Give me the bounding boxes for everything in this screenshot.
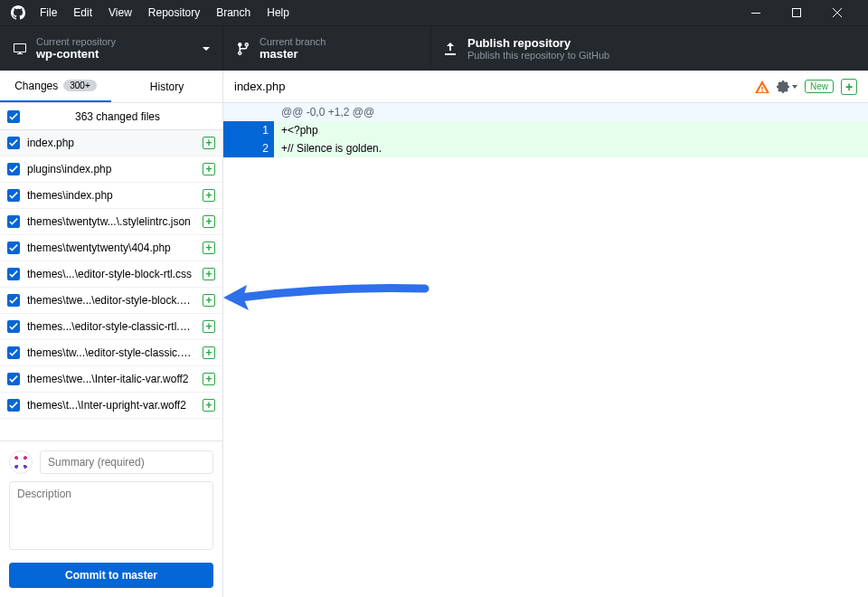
- file-item[interactable]: index.php: [0, 130, 222, 156]
- summary-input[interactable]: [40, 450, 213, 474]
- file-item[interactable]: themes...\editor-style-classic-rtl.css: [0, 314, 222, 340]
- added-icon: [203, 373, 215, 385]
- tab-changes[interactable]: Changes 300+: [0, 71, 111, 102]
- menu-repository[interactable]: Repository: [148, 6, 200, 19]
- sidebar: Changes 300+ History 363 changed files i…: [0, 71, 223, 597]
- added-icon: [203, 242, 215, 254]
- added-icon: [203, 399, 215, 412]
- commit-button[interactable]: Commit to master: [9, 563, 213, 588]
- file-name: plugins\index.php: [27, 163, 195, 175]
- close-button[interactable]: [816, 0, 857, 25]
- menu-file[interactable]: File: [40, 6, 57, 19]
- tab-changes-label: Changes: [14, 80, 58, 92]
- file-checkbox[interactable]: [7, 320, 20, 333]
- new-badge: New: [805, 80, 834, 93]
- file-item[interactable]: themes\index.php: [0, 183, 222, 209]
- file-checkbox[interactable]: [7, 294, 20, 307]
- file-item[interactable]: themes\twentytwenty\404.php: [0, 235, 222, 261]
- changed-files-header: 363 changed files: [0, 103, 222, 130]
- expand-diff-button[interactable]: [841, 79, 857, 95]
- file-name: themes\twentytwenty\404.php: [27, 242, 195, 254]
- main-menu: File Edit View Repository Branch Help: [40, 6, 289, 19]
- branch-selector[interactable]: Current branch master: [223, 26, 431, 71]
- file-item[interactable]: themes\tw...\editor-style-classic.css: [0, 340, 222, 366]
- window-controls: [735, 0, 857, 25]
- file-name: themes\tw...\editor-style-classic.css: [27, 346, 195, 359]
- file-checkbox[interactable]: [7, 346, 20, 359]
- menu-edit[interactable]: Edit: [73, 6, 92, 19]
- sidebar-tabs: Changes 300+ History: [0, 71, 222, 103]
- menu-view[interactable]: View: [108, 6, 132, 19]
- desktop-icon: [13, 42, 27, 56]
- added-icon: [203, 163, 215, 175]
- file-checkbox[interactable]: [7, 242, 20, 254]
- main-layout: Changes 300+ History 363 changed files i…: [0, 71, 868, 597]
- menu-help[interactable]: Help: [267, 6, 289, 19]
- chevron-down-icon: [203, 47, 210, 51]
- file-item[interactable]: themes\twe...\editor-style-block.css: [0, 288, 222, 314]
- diff-panel: index.php New @@ -0,0 +1,2 @@ 1 +<?php: [223, 71, 868, 597]
- file-name: themes\twe...\Inter-italic-var.woff2: [27, 373, 195, 385]
- repo-selector[interactable]: Current repository wp-content: [0, 26, 223, 71]
- file-name: themes\t...\Inter-upright-var.woff2: [27, 399, 195, 412]
- file-item[interactable]: themes\t...\Inter-upright-var.woff2: [0, 393, 222, 419]
- file-checkbox[interactable]: [7, 373, 20, 385]
- added-icon: [203, 294, 215, 307]
- branch-value: master: [259, 47, 326, 61]
- gear-icon: [777, 81, 789, 93]
- file-checkbox[interactable]: [7, 163, 20, 175]
- changes-count-badge: 300+: [63, 80, 97, 91]
- tab-history-label: History: [150, 81, 184, 93]
- diff-settings-button[interactable]: [777, 81, 797, 93]
- file-item[interactable]: plugins\index.php: [0, 156, 222, 183]
- changed-files-count: 363 changed files: [20, 110, 215, 123]
- file-checkbox[interactable]: [7, 268, 20, 280]
- commit-form: Commit to master: [0, 441, 222, 597]
- file-list[interactable]: index.php plugins\index.php themes\index…: [0, 130, 222, 441]
- file-checkbox[interactable]: [7, 399, 20, 412]
- git-branch-icon: [236, 42, 250, 56]
- github-logo-icon: [11, 5, 25, 20]
- added-icon: [203, 215, 215, 228]
- file-name: themes\index.php: [27, 189, 195, 202]
- maximize-button[interactable]: [776, 0, 816, 25]
- diff-line-added[interactable]: 2 +// Silence is golden.: [223, 139, 868, 157]
- tab-history[interactable]: History: [111, 71, 222, 102]
- file-item[interactable]: themes\twe...\Inter-italic-var.woff2: [0, 366, 222, 393]
- diff-hunk-header: @@ -0,0 +1,2 @@: [223, 103, 868, 121]
- added-icon: [203, 346, 215, 359]
- svg-rect-0: [751, 13, 760, 14]
- svg-rect-1: [792, 9, 800, 17]
- minimize-button[interactable]: [735, 0, 776, 25]
- description-input[interactable]: [9, 481, 213, 550]
- file-name: themes\...\editor-style-block-rtl.css: [27, 268, 195, 280]
- publish-button[interactable]: Publish repository Publish this reposito…: [431, 26, 868, 71]
- file-checkbox[interactable]: [7, 215, 20, 228]
- branch-label: Current branch: [259, 36, 326, 47]
- added-icon: [203, 268, 215, 280]
- diff-body: @@ -0,0 +1,2 @@ 1 +<?php 2 +// Silence i…: [223, 103, 868, 157]
- file-name: themes\twentytw...\.stylelintrc.json: [27, 215, 195, 228]
- added-icon: [203, 189, 215, 202]
- titlebar: File Edit View Repository Branch Help: [0, 0, 868, 25]
- menu-branch[interactable]: Branch: [216, 6, 250, 19]
- file-item[interactable]: themes\...\editor-style-block-rtl.css: [0, 261, 222, 288]
- added-icon: [203, 320, 215, 333]
- warning-icon[interactable]: [755, 80, 769, 94]
- select-all-checkbox[interactable]: [7, 110, 20, 123]
- toolbar: Current repository wp-content Current br…: [0, 25, 868, 71]
- publish-subtext: Publish this repository to GitHub: [467, 50, 609, 61]
- repo-label: Current repository: [36, 36, 116, 47]
- file-checkbox[interactable]: [7, 189, 20, 202]
- file-checkbox[interactable]: [7, 137, 20, 149]
- diff-line-added[interactable]: 1 +<?php: [223, 121, 868, 139]
- chevron-down-icon: [792, 85, 797, 89]
- file-name: themes...\editor-style-classic-rtl.css: [27, 320, 195, 333]
- upload-icon: [444, 42, 458, 56]
- file-name: index.php: [27, 137, 195, 149]
- repo-value: wp-content: [36, 47, 116, 61]
- avatar: [9, 450, 33, 474]
- added-icon: [203, 137, 215, 149]
- publish-title: Publish repository: [467, 36, 609, 50]
- file-item[interactable]: themes\twentytw...\.stylelintrc.json: [0, 209, 222, 235]
